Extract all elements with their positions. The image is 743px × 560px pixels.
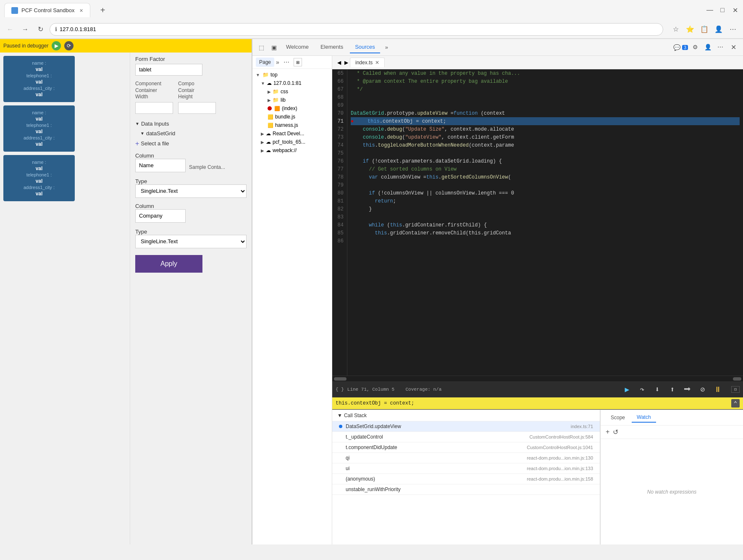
inspector-button[interactable]: ⬚ xyxy=(256,42,267,53)
forward-button[interactable]: → xyxy=(19,24,31,35)
column-input-1[interactable] xyxy=(135,159,186,172)
watch-tab[interactable]: Watch xyxy=(632,413,656,423)
tree-more-button[interactable]: » xyxy=(276,59,279,66)
stack-file-1: CustomControlHostRoot.js:584 xyxy=(529,434,593,439)
tree-label-top: top xyxy=(270,72,278,78)
card3-name-label: name : xyxy=(32,160,46,165)
user-settings-button[interactable]: 👤 xyxy=(702,42,713,53)
refresh-watch-button[interactable]: ↺ xyxy=(613,428,618,436)
code-area: ◀ ▶ index.ts ✕ 65 66 67 68 xyxy=(332,56,743,544)
minimize-button[interactable]: — xyxy=(706,6,714,14)
dataset-grid-section[interactable]: ▼ dataSetGrid xyxy=(135,129,247,138)
more-options-button[interactable]: ⋯ xyxy=(715,42,726,53)
address-input[interactable]: ℹ 127.0.0.1:8181 xyxy=(50,23,663,36)
stack-item-5[interactable]: (anonymous) react-dom.produ...ion.min.js… xyxy=(332,474,600,484)
type-select-2[interactable]: SingleLine.Text xyxy=(135,235,247,248)
deactivate-button[interactable]: ⊘ xyxy=(698,384,708,394)
tree-item-lib[interactable]: ▶ 📁 lib xyxy=(252,96,332,104)
ln-77: 77 xyxy=(334,165,345,173)
tree-item-top[interactable]: ▼ 📁 top xyxy=(252,71,332,79)
stack-item-4[interactable]: ui react-dom.produ...ion.min.js:133 xyxy=(332,463,600,474)
sources-tab[interactable]: Sources xyxy=(350,41,380,53)
code-lines-area: 65 66 67 68 69 70 71 72 73 74 75 76 xyxy=(332,69,743,376)
tree-item-harness[interactable]: 🟨 harness.js xyxy=(252,121,332,129)
ln-79: 79 xyxy=(334,181,345,189)
device-toolbar-button[interactable]: ▣ xyxy=(268,42,279,53)
tree-item-index[interactable]: 🟧 (index) xyxy=(252,104,332,113)
ln-82: 82 xyxy=(334,205,345,213)
step-out-button[interactable]: ⬆ xyxy=(667,384,677,394)
stack-item-2[interactable]: t.componentDidUpdate CustomControlHostRo… xyxy=(332,442,600,453)
tab-close-button[interactable]: × xyxy=(79,7,83,14)
new-tab-button[interactable]: + xyxy=(97,4,109,16)
tree-arrow-top: ▼ xyxy=(256,73,260,77)
tree-item-host[interactable]: ▼ ☁ 127.0.0.1:81 xyxy=(252,79,332,87)
tree-item-pcf[interactable]: ▶ ☁ pcf_tools_65... xyxy=(252,138,332,146)
close-devtools-button[interactable]: ✕ xyxy=(727,42,740,53)
card1-name-val: val xyxy=(36,66,43,72)
profile-button[interactable]: 👤 xyxy=(713,24,725,35)
ln-74: 74 xyxy=(334,141,345,149)
tree-item-webpack[interactable]: ▶ ☁ webpack:// xyxy=(252,146,332,155)
close-window-button[interactable]: ✕ xyxy=(731,6,739,14)
more-tabs-button[interactable]: » xyxy=(382,42,391,53)
welcome-tab[interactable]: Welcome xyxy=(281,41,314,53)
code-line-70: DataSetGrid .prototype. updateView = fun… xyxy=(351,109,740,117)
apply-button[interactable]: Apply xyxy=(135,255,202,273)
add-watch-button[interactable]: + xyxy=(606,428,609,436)
pause-button[interactable]: ⏸ xyxy=(713,384,723,394)
tree-item-bundle[interactable]: 🟨 bundle.js xyxy=(252,113,332,121)
resume-button[interactable]: ▶ xyxy=(622,384,632,394)
browser-tab[interactable]: PCF Control Sandbox × xyxy=(4,3,90,17)
favorites-button[interactable]: ☆ xyxy=(670,24,682,35)
call-stack-header[interactable]: ▼ Call Stack xyxy=(332,410,600,421)
braces-button[interactable]: { } xyxy=(336,387,344,392)
elements-tab[interactable]: Elements xyxy=(315,41,348,53)
data-inputs-section[interactable]: ▼ Data Inputs xyxy=(135,119,247,129)
step-into-button[interactable]: ⬇ xyxy=(652,384,662,394)
notification-button[interactable]: 💬 3 xyxy=(673,42,688,53)
tree-new-button[interactable]: ⋯ xyxy=(281,58,292,66)
step-through-button[interactable]: ⮕ xyxy=(683,384,693,394)
step-over-button[interactable]: ↷ xyxy=(637,384,647,394)
favorites-list-button[interactable]: ⭐ xyxy=(684,24,696,35)
page-tab[interactable]: Page xyxy=(256,58,274,67)
settings-button[interactable]: ⋯ xyxy=(727,24,739,35)
stack-item-3[interactable]: qi react-dom.produ...ion.min.js:130 xyxy=(332,453,600,463)
settings-button-devtools[interactable]: ⚙ xyxy=(690,42,701,53)
close-tab-button[interactable]: ✕ xyxy=(375,60,379,66)
form-factor-input[interactable] xyxy=(135,64,202,76)
debug-play-button[interactable]: ▶ xyxy=(52,41,61,50)
scope-tab[interactable]: Scope xyxy=(606,413,630,422)
card2-phone-val: val xyxy=(36,129,43,134)
drawer-button[interactable]: ⊟ xyxy=(731,386,740,393)
browser-chrome: PCF Control Sandbox × + — □ ✕ ← → ↻ ℹ 12… xyxy=(0,0,743,39)
tree-item-react[interactable]: ▶ ☁ React Devel... xyxy=(252,129,332,138)
back-button[interactable]: ← xyxy=(4,24,16,35)
tree-item-css[interactable]: ▶ 📁 css xyxy=(252,87,332,96)
stack-item-6[interactable]: unstable_runWithPriority xyxy=(332,484,600,495)
column-input-2[interactable] xyxy=(135,209,186,223)
tree-forward-button[interactable]: ▶ xyxy=(343,59,350,66)
stack-item-0[interactable]: DataSetGrid.updateView index.ts:71 xyxy=(332,421,600,432)
stack-item-1[interactable]: t._updateControl CustomControlHostRoot.j… xyxy=(332,432,600,442)
horizontal-scrollbar[interactable] xyxy=(332,376,743,381)
coverage-text: Coverage: n/a xyxy=(405,387,441,392)
tree-label-host: 127.0.0.1:81 xyxy=(273,80,302,86)
ln-66: 66 xyxy=(334,77,345,85)
container-height-input[interactable] xyxy=(178,102,216,114)
expression-more-button[interactable]: ⌃ xyxy=(731,399,740,408)
file-icon-bundle: 🟨 xyxy=(268,114,273,120)
tree-layout-button[interactable]: ⊞ xyxy=(294,58,302,66)
tree-back-button[interactable]: ◀ xyxy=(336,59,343,66)
ln-78: 78 xyxy=(334,173,345,181)
container-width-input[interactable] xyxy=(135,102,173,114)
code-line-78: var columnsOnView = this . getSortedColu… xyxy=(351,173,740,181)
reload-button[interactable]: ↻ xyxy=(34,24,46,35)
maximize-button[interactable]: □ xyxy=(719,6,726,14)
index-ts-tab[interactable]: index.ts ✕ xyxy=(350,58,385,67)
type-select-1[interactable]: SingleLine.Text xyxy=(135,184,247,198)
collections-button[interactable]: 📋 xyxy=(698,24,710,35)
debug-refresh-button[interactable]: ⟳ xyxy=(64,41,74,50)
select-file-row[interactable]: + Select a file xyxy=(135,138,247,149)
